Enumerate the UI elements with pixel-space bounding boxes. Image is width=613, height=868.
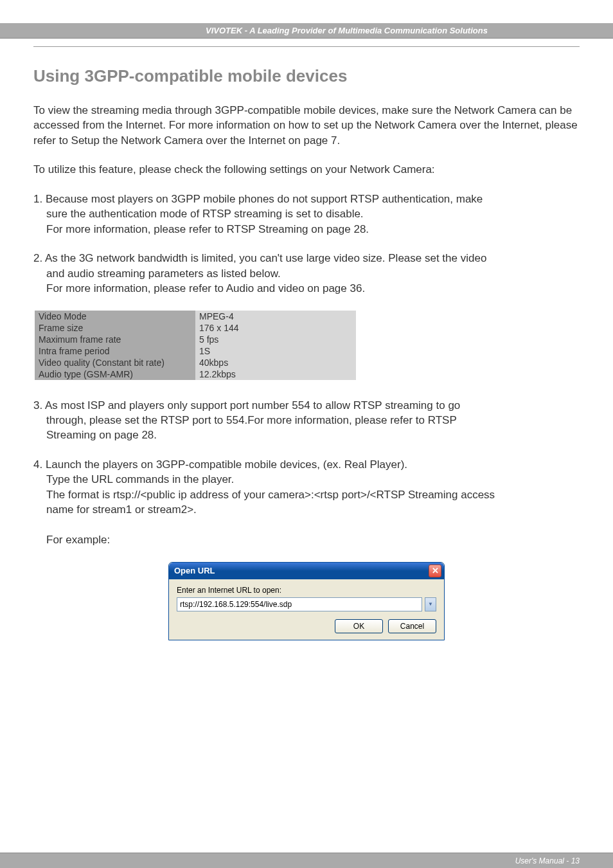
dialog-title: Open URL — [174, 566, 215, 575]
ok-button[interactable]: OK — [335, 619, 383, 633]
list-item-4-line5: For example: — [33, 532, 580, 547]
table-value: 12.2kbps — [195, 368, 356, 380]
table-row: Audio type (GSM-AMR) 12.2kbps — [35, 368, 356, 380]
list-item-4-line2: Type the URL commands in the player. — [33, 472, 580, 487]
table-label: Frame size — [35, 322, 195, 334]
list-item-3-line2: through, please set the RTSP port to 554… — [33, 413, 580, 428]
content-area: Using 3GPP-compatible mobile devices To … — [0, 46, 613, 640]
header-text: VIVOTEK - A Leading Provider of Multimed… — [0, 23, 613, 39]
table-label: Video quality (Constant bit rate) — [35, 357, 195, 368]
list-item-2-line3: For more information, please refer to Au… — [33, 281, 580, 296]
list-item-4-line3: The format is rtsp://<public ip address … — [33, 487, 580, 502]
table-row: Intra frame period 1S — [35, 345, 356, 357]
intro-paragraph-2: To utilize this feature, please check th… — [33, 162, 580, 177]
list-item-3-line3: Streaming on page 28. — [33, 428, 580, 442]
footer-bar: User's Manual - 13 — [0, 853, 613, 868]
list-item-3: 3. As most ISP and players only support … — [33, 398, 580, 443]
close-icon[interactable]: ✕ — [429, 565, 441, 577]
divider-line — [33, 46, 580, 47]
open-url-dialog: Open URL ✕ Enter an Internet URL to open… — [168, 562, 445, 640]
list-item-1-line2: sure the authentication mode of RTSP str… — [33, 206, 580, 221]
table-row: Frame size 176 x 144 — [35, 322, 356, 334]
table-row: Video quality (Constant bit rate) 40kbps — [35, 357, 356, 368]
list-item-3-line1: 3. As most ISP and players only support … — [33, 398, 580, 413]
page-number: User's Manual - 13 — [515, 856, 580, 865]
dialog-buttons: OK Cancel — [177, 619, 436, 633]
url-input-row: ▼ — [177, 597, 436, 611]
settings-table: Video Mode MPEG-4 Frame size 176 x 144 M… — [35, 311, 356, 380]
chevron-down-icon[interactable]: ▼ — [425, 597, 436, 611]
dialog-titlebar[interactable]: Open URL ✕ — [169, 563, 444, 579]
section-title: Using 3GPP-compatible mobile devices — [33, 66, 580, 86]
table-value: 5 fps — [195, 334, 356, 345]
list-item-1: 1. Because most players on 3GPP mobile p… — [33, 192, 580, 237]
list-item-4: 4. Launch the players on 3GPP-compatible… — [33, 457, 580, 548]
list-item-2: 2. As the 3G network bandwidth is limite… — [33, 251, 580, 296]
dialog-body: Enter an Internet URL to open: ▼ OK Canc… — [169, 579, 444, 640]
cancel-button[interactable]: Cancel — [388, 619, 436, 633]
header-bar: VIVOTEK - A Leading Provider of Multimed… — [0, 23, 613, 39]
table-value: 1S — [195, 345, 356, 357]
list-item-2-line1: 2. As the 3G network bandwidth is limite… — [33, 251, 580, 266]
table-label: Video Mode — [35, 311, 195, 322]
intro-paragraph-1: To view the streaming media through 3GPP… — [33, 103, 580, 148]
table-row: Maximum frame rate 5 fps — [35, 334, 356, 345]
table-value: MPEG-4 — [195, 311, 356, 322]
table-label: Audio type (GSM-AMR) — [35, 368, 195, 380]
list-item-1-line3: For more information, please refer to RT… — [33, 222, 580, 237]
table-label: Intra frame period — [35, 345, 195, 357]
list-item-2-line2: and audio streaming parameters as listed… — [33, 266, 580, 281]
table-value: 40kbps — [195, 357, 356, 368]
list-item-4-line4: name for stream1 or stream2>. — [33, 502, 580, 517]
table-value: 176 x 144 — [195, 322, 356, 334]
footer: User's Manual - 13 — [0, 853, 613, 868]
table-label: Maximum frame rate — [35, 334, 195, 345]
dialog-label: Enter an Internet URL to open: — [177, 586, 436, 595]
table-row: Video Mode MPEG-4 — [35, 311, 356, 322]
list-item-4-line1: 4. Launch the players on 3GPP-compatible… — [33, 457, 580, 472]
list-item-1-line1: 1. Because most players on 3GPP mobile p… — [33, 192, 580, 206]
url-input[interactable] — [177, 597, 422, 611]
